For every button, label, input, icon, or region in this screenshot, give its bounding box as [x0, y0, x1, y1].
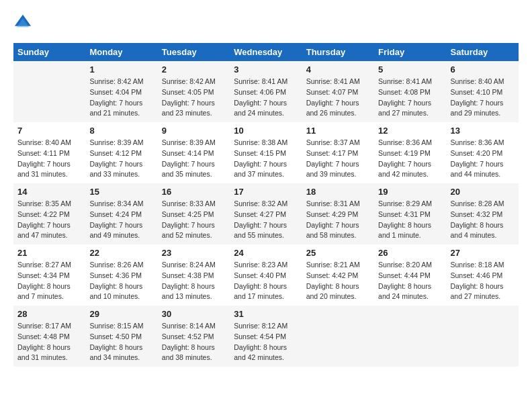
- weekday-header-wednesday: Wednesday: [230, 43, 302, 61]
- day-info: Sunrise: 8:41 AMSunset: 4:08 PMDaylight:…: [378, 77, 442, 119]
- day-info: Sunrise: 8:41 AMSunset: 4:07 PMDaylight:…: [306, 77, 370, 119]
- day-info: Sunrise: 8:31 AMSunset: 4:29 PMDaylight:…: [306, 199, 370, 241]
- day-info: Sunrise: 8:35 AMSunset: 4:22 PMDaylight:…: [17, 199, 81, 241]
- day-number: 10: [234, 126, 298, 136]
- day-info: Sunrise: 8:21 AMSunset: 4:42 PMDaylight:…: [306, 260, 370, 302]
- day-info: Sunrise: 8:36 AMSunset: 4:19 PMDaylight:…: [378, 138, 442, 180]
- day-number: 3: [234, 64, 298, 75]
- calendar-cell: 9Sunrise: 8:39 AMSunset: 4:14 PMDaylight…: [158, 122, 230, 183]
- day-number: 27: [451, 248, 515, 258]
- day-info: Sunrise: 8:34 AMSunset: 4:24 PMDaylight:…: [89, 199, 153, 241]
- day-info: Sunrise: 8:33 AMSunset: 4:25 PMDaylight:…: [162, 199, 226, 241]
- day-info: Sunrise: 8:20 AMSunset: 4:44 PMDaylight:…: [378, 260, 442, 302]
- day-info: Sunrise: 8:41 AMSunset: 4:06 PMDaylight:…: [234, 77, 298, 119]
- calendar-cell: [13, 61, 85, 122]
- calendar-cell: 26Sunrise: 8:20 AMSunset: 4:44 PMDayligh…: [374, 244, 446, 306]
- week-row-1: 1Sunrise: 8:42 AMSunset: 4:04 PMDaylight…: [13, 61, 519, 122]
- calendar-cell: [447, 306, 519, 367]
- calendar-cell: 17Sunrise: 8:32 AMSunset: 4:27 PMDayligh…: [230, 183, 302, 244]
- day-number: 14: [17, 187, 81, 197]
- calendar-cell: 30Sunrise: 8:14 AMSunset: 4:52 PMDayligh…: [158, 306, 230, 367]
- day-info: Sunrise: 8:27 AMSunset: 4:34 PMDaylight:…: [17, 260, 81, 302]
- day-number: 29: [89, 309, 153, 319]
- day-number: 20: [451, 187, 515, 197]
- calendar-cell: 7Sunrise: 8:40 AMSunset: 4:11 PMDaylight…: [13, 122, 85, 183]
- day-info: Sunrise: 8:37 AMSunset: 4:17 PMDaylight:…: [306, 138, 370, 180]
- calendar-cell: 31Sunrise: 8:12 AMSunset: 4:54 PMDayligh…: [230, 306, 302, 367]
- day-number: 16: [162, 187, 226, 197]
- day-info: Sunrise: 8:40 AMSunset: 4:10 PMDaylight:…: [451, 77, 515, 119]
- day-info: Sunrise: 8:18 AMSunset: 4:46 PMDaylight:…: [451, 260, 515, 302]
- calendar-cell: 15Sunrise: 8:34 AMSunset: 4:24 PMDayligh…: [85, 183, 157, 244]
- day-number: 1: [89, 64, 153, 75]
- day-number: 7: [17, 126, 81, 136]
- day-info: Sunrise: 8:40 AMSunset: 4:11 PMDaylight:…: [17, 138, 81, 180]
- day-info: Sunrise: 8:42 AMSunset: 4:05 PMDaylight:…: [162, 77, 226, 119]
- weekday-header-saturday: Saturday: [447, 43, 519, 61]
- day-info: Sunrise: 8:38 AMSunset: 4:15 PMDaylight:…: [234, 138, 298, 180]
- weekday-header-monday: Monday: [85, 43, 157, 61]
- calendar-cell: 20Sunrise: 8:28 AMSunset: 4:32 PMDayligh…: [447, 183, 519, 244]
- day-number: 17: [234, 187, 298, 197]
- calendar-cell: 22Sunrise: 8:26 AMSunset: 4:36 PMDayligh…: [85, 244, 157, 306]
- calendar-table: SundayMondayTuesdayWednesdayThursdayFrid…: [13, 43, 519, 367]
- calendar-cell: 16Sunrise: 8:33 AMSunset: 4:25 PMDayligh…: [158, 183, 230, 244]
- week-row-3: 14Sunrise: 8:35 AMSunset: 4:22 PMDayligh…: [13, 183, 519, 244]
- week-row-5: 28Sunrise: 8:17 AMSunset: 4:48 PMDayligh…: [13, 306, 519, 367]
- calendar-cell: 8Sunrise: 8:39 AMSunset: 4:12 PMDaylight…: [85, 122, 157, 183]
- calendar-cell: 29Sunrise: 8:15 AMSunset: 4:50 PMDayligh…: [85, 306, 157, 367]
- calendar-cell: 24Sunrise: 8:23 AMSunset: 4:40 PMDayligh…: [230, 244, 302, 306]
- calendar-cell: 6Sunrise: 8:40 AMSunset: 4:10 PMDaylight…: [447, 61, 519, 122]
- calendar-cell: 10Sunrise: 8:38 AMSunset: 4:15 PMDayligh…: [230, 122, 302, 183]
- day-number: 22: [89, 248, 153, 258]
- calendar-cell: 21Sunrise: 8:27 AMSunset: 4:34 PMDayligh…: [13, 244, 85, 306]
- weekday-header-tuesday: Tuesday: [158, 43, 230, 61]
- logo: [13, 13, 35, 32]
- day-number: 24: [234, 248, 298, 258]
- day-number: 9: [162, 126, 226, 136]
- day-number: 30: [162, 309, 226, 319]
- calendar-cell: 27Sunrise: 8:18 AMSunset: 4:46 PMDayligh…: [447, 244, 519, 306]
- day-number: 25: [306, 248, 370, 258]
- calendar-cell: 11Sunrise: 8:37 AMSunset: 4:17 PMDayligh…: [302, 122, 374, 183]
- day-info: Sunrise: 8:39 AMSunset: 4:12 PMDaylight:…: [89, 138, 153, 180]
- day-info: Sunrise: 8:36 AMSunset: 4:20 PMDaylight:…: [451, 138, 515, 180]
- day-number: 26: [378, 248, 442, 258]
- day-info: Sunrise: 8:15 AMSunset: 4:50 PMDaylight:…: [89, 321, 153, 363]
- day-number: 19: [378, 187, 442, 197]
- day-number: 4: [306, 64, 370, 75]
- day-info: Sunrise: 8:32 AMSunset: 4:27 PMDaylight:…: [234, 199, 298, 241]
- calendar-cell: 3Sunrise: 8:41 AMSunset: 4:06 PMDaylight…: [230, 61, 302, 122]
- day-number: 23: [162, 248, 226, 258]
- day-number: 6: [451, 64, 515, 75]
- day-number: 8: [89, 126, 153, 136]
- day-info: Sunrise: 8:24 AMSunset: 4:38 PMDaylight:…: [162, 260, 226, 302]
- calendar-cell: 18Sunrise: 8:31 AMSunset: 4:29 PMDayligh…: [302, 183, 374, 244]
- day-info: Sunrise: 8:42 AMSunset: 4:04 PMDaylight:…: [89, 77, 153, 119]
- weekday-header-row: SundayMondayTuesdayWednesdayThursdayFrid…: [13, 43, 519, 61]
- day-info: Sunrise: 8:28 AMSunset: 4:32 PMDaylight:…: [451, 199, 515, 241]
- weekday-header-sunday: Sunday: [13, 43, 85, 61]
- calendar-cell: [374, 306, 446, 367]
- day-info: Sunrise: 8:39 AMSunset: 4:14 PMDaylight:…: [162, 138, 226, 180]
- week-row-2: 7Sunrise: 8:40 AMSunset: 4:11 PMDaylight…: [13, 122, 519, 183]
- day-info: Sunrise: 8:17 AMSunset: 4:48 PMDaylight:…: [17, 321, 81, 363]
- calendar-cell: 28Sunrise: 8:17 AMSunset: 4:48 PMDayligh…: [13, 306, 85, 367]
- day-number: 15: [89, 187, 153, 197]
- calendar-cell: 4Sunrise: 8:41 AMSunset: 4:07 PMDaylight…: [302, 61, 374, 122]
- day-number: 18: [306, 187, 370, 197]
- day-info: Sunrise: 8:26 AMSunset: 4:36 PMDaylight:…: [89, 260, 153, 302]
- calendar-cell: 2Sunrise: 8:42 AMSunset: 4:05 PMDaylight…: [158, 61, 230, 122]
- day-info: Sunrise: 8:12 AMSunset: 4:54 PMDaylight:…: [234, 321, 298, 363]
- page-header: [13, 13, 519, 32]
- day-info: Sunrise: 8:29 AMSunset: 4:31 PMDaylight:…: [378, 199, 442, 241]
- week-row-4: 21Sunrise: 8:27 AMSunset: 4:34 PMDayligh…: [13, 244, 519, 306]
- calendar-cell: 19Sunrise: 8:29 AMSunset: 4:31 PMDayligh…: [374, 183, 446, 244]
- day-number: 12: [378, 126, 442, 136]
- calendar-cell: 1Sunrise: 8:42 AMSunset: 4:04 PMDaylight…: [85, 61, 157, 122]
- day-number: 11: [306, 126, 370, 136]
- calendar-cell: 25Sunrise: 8:21 AMSunset: 4:42 PMDayligh…: [302, 244, 374, 306]
- calendar-cell: 13Sunrise: 8:36 AMSunset: 4:20 PMDayligh…: [447, 122, 519, 183]
- day-info: Sunrise: 8:14 AMSunset: 4:52 PMDaylight:…: [162, 321, 226, 363]
- calendar-cell: [302, 306, 374, 367]
